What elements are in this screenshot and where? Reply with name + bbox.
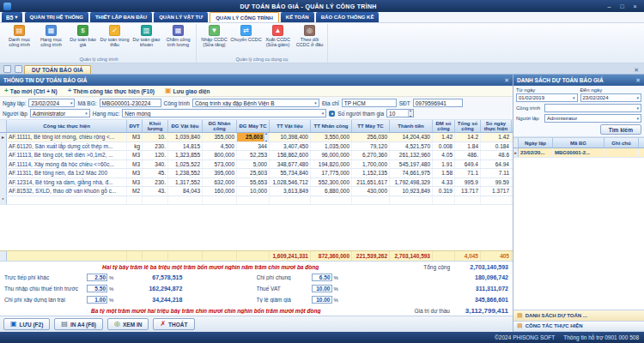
ribbon-tab-5[interactable]: BÁO CÁO THỐNG KÊ [316,12,380,22]
grid-cell[interactable]: AF.11113, Bê tông cột, tiết diện >0,1m2,… [7,151,127,159]
action-button-0[interactable]: ▣LƯU (F2) [3,318,50,330]
grid-cell[interactable]: 160,000 [203,187,237,196]
ribbon-tab-4[interactable]: KẾ TOÁN [281,12,314,22]
grid-cell[interactable]: 96,000,000 [311,151,352,159]
grid-cell[interactable]: 99.59 [481,178,512,187]
toolbar-link-2[interactable]: ▣Lưu giao diện [165,87,210,94]
project-filter-input[interactable]: ▾ [544,104,641,112]
quote-cell[interactable]: 23/02/20... [519,148,553,157]
maximize-button[interactable]: □ [617,2,628,10]
address-input[interactable]: TP HCM [342,99,397,107]
grid-cell[interactable]: AF.11111, Bê tông lót móng, chiều rộng <… [7,133,127,141]
grid-col-header[interactable]: TT Nhân công [311,120,352,132]
grid-cell[interactable]: 340. [143,160,168,169]
project-list-button[interactable]: ▤Danh mục công trình [3,24,35,48]
ribbon-tab-0[interactable]: QUẢN TRỊ HỆ THỐNG [25,12,88,22]
grid-cell[interactable]: 5,000 [237,160,270,169]
grid-col-header[interactable]: Số ngày thực hiện [481,120,512,132]
grid-cell[interactable]: 55,653 [237,178,270,187]
grid-cell[interactable]: 261,132,960 [390,151,433,159]
ribbon-tab-2[interactable]: QUẢN LÝ VẬT TƯ [154,12,208,22]
timesheet-button[interactable]: ▦Chấm công tính lương [162,24,194,48]
grid-col-header[interactable]: ĐM số công [433,120,455,132]
grid-cell[interactable]: 1,317,552 [168,178,203,187]
grid-cell[interactable] [237,196,270,205]
grid-cell[interactable]: 355,000 [203,133,237,141]
sidebar-tab-0[interactable]: ▤DANH SÁCH DỰ TOÁN ... [513,310,644,322]
from-date-input[interactable]: 01/02/2019▾ [516,93,578,102]
transfer-tools-button[interactable]: ⇄Chuyển CCDC [230,24,262,43]
grid-cell[interactable]: 4,521,570 [390,142,433,151]
grid-cell[interactable]: 4.05 [433,151,455,159]
grid-cell[interactable] [433,196,455,205]
grid-cell[interactable]: 4,500 [203,142,237,151]
track-tools-button[interactable]: ◎Theo dõi CCDC ở đâu [294,24,325,48]
search-button[interactable]: Tìm kiếm [600,124,641,135]
table-row[interactable]: AF.12314, Bê tông xà dầm, giằng nhà, đ..… [0,178,513,188]
grid-cell[interactable]: 79,120 [352,142,390,151]
grid-cell[interactable]: 256,030 [352,133,390,141]
grid-cell[interactable]: M3 [127,151,143,159]
grid-cell[interactable]: 10. [143,133,168,141]
quote-grid-empty-area[interactable] [513,158,644,310]
to-date-input[interactable]: 23/02/2024▾ [580,93,642,102]
grid-col-header[interactable]: ĐVT [127,120,143,132]
table-row[interactable]: AF.11114, Xây móng đá hộc chiều <=60c...… [0,160,513,170]
grid-cell[interactable]: 45. [143,169,168,178]
percent-input[interactable]: 6.50 [312,274,332,281]
quote-row[interactable]: ▸23/02/20...MBG00001-2... [513,148,644,158]
grid-cell[interactable]: 14,815 [168,142,203,151]
action-button-3[interactable]: ✗THOÁT [153,318,194,330]
percent-input[interactable]: 10.00 [312,296,332,304]
grid-cell[interactable]: 211,651,617 [352,178,390,187]
grid-cell[interactable]: AF.11311, Bê tông nền, đá 1x2 Mác 200 [7,169,127,178]
grid-cell[interactable]: 1.3717 [481,187,512,196]
export-tools-button[interactable]: ▲Xuất CCDC (Sửa giảm) [262,24,294,48]
grid-cell[interactable]: 230. [143,142,168,151]
grid-cell[interactable]: AF.81532, SXLD, tháo dỡ ván khuôn gỗ c..… [7,187,127,196]
grid-cell[interactable]: M3 [127,169,143,178]
grid-cell[interactable] [168,196,203,205]
grid-cell[interactable]: 10,000 [237,187,270,196]
grid-cell[interactable]: 348,677,480 [270,160,311,169]
grid-cell[interactable]: 1.42 [481,133,512,141]
ribbon-tab-1[interactable]: THIẾT LẬP BAN ĐẦU [90,12,152,22]
quote-cell[interactable]: MBG00001-2... [553,148,605,157]
grid-cell[interactable]: 64.94 [481,160,512,169]
quote-cell[interactable] [605,148,639,157]
grid-cell[interactable]: 194,820,000 [311,160,352,169]
grid-cell[interactable]: 344 [237,142,270,151]
grid-cell[interactable] [203,196,237,205]
percent-input[interactable]: 2.50 [87,274,107,281]
table-row[interactable]: AF.61120, Sản xuất lắp dựng cốt thép m..… [0,142,513,152]
grid-col-header[interactable]: ĐG Vật liệu [168,120,203,132]
quote-col-header[interactable]: Ngày lập [519,138,553,147]
ribbon-tab-3[interactable]: QUẢN LÝ CÔNG TRÌNH [210,12,279,22]
grid-col-header[interactable]: ĐG Nhân công [203,120,237,132]
creator-input[interactable]: Administrator▾ [30,109,90,117]
grid-cell[interactable]: 1.84 [455,142,481,151]
grid-cell[interactable]: 1.91 [433,160,455,169]
grid-cell[interactable]: 1,039,840 [168,133,203,141]
grid-cell[interactable]: 3,407,450 [270,142,311,151]
grid-cell[interactable] [455,196,481,205]
percent-input[interactable]: 1.00 [87,296,107,304]
grid-cell[interactable]: 573,000 [203,160,237,169]
grid-cell[interactable] [311,196,352,205]
sidebar-close-icon[interactable]: ✕ [635,77,641,84]
grid-cell[interactable]: 14.2 [455,133,481,141]
grid-cell[interactable]: 158,862,600 [270,151,311,159]
grid-cell[interactable]: 84,043 [168,187,203,196]
grid-col-header[interactable]: TT Máy TC [352,120,390,132]
date-input[interactable]: 23/02/2024▾ [28,99,75,107]
toolbar-link-0[interactable]: +Tạo mới (Ctrl + N) [4,87,58,94]
grid-cell[interactable]: 649.4 [455,160,481,169]
grid-col-header[interactable]: Khối lượng [143,120,168,132]
work-item-input[interactable]: Nền móng▾ [122,109,326,117]
action-button-2[interactable]: ◎XEM IN [107,318,149,330]
grid-cell[interactable]: 1,152,135 [352,169,390,178]
grid-cell[interactable]: 6,270,360 [352,151,390,159]
grid-cell[interactable]: AF.11114, Xây móng đá hộc chiều <=60c... [7,160,127,169]
grid-cell[interactable]: 1,028,546,712 [270,178,311,187]
grid-cell[interactable]: 486. [455,151,481,159]
